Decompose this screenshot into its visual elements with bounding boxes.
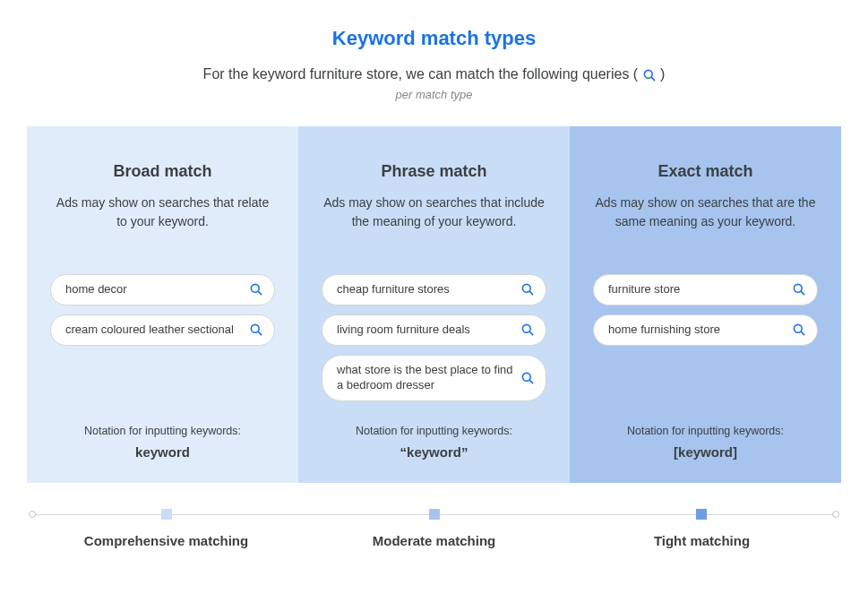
- spectrum-label-comprehensive: Comprehensive matching: [32, 533, 300, 548]
- spectrum-endcap-left: [29, 511, 36, 518]
- search-icon: [520, 282, 535, 297]
- page-title: Keyword match types: [27, 27, 841, 50]
- query-text: what store is the best place to find a b…: [337, 363, 520, 393]
- query-pill: living room furniture deals: [322, 314, 546, 346]
- subcaption: per match type: [27, 88, 841, 101]
- column-exact-match: Exact match Ads may show on searches tha…: [570, 126, 841, 483]
- exact-title: Exact match: [593, 162, 818, 181]
- column-phrase-match: Phrase match Ads may show on searches th…: [298, 126, 570, 483]
- subtitle-suffix: ): [660, 66, 665, 82]
- svg-line-3: [258, 292, 261, 295]
- broad-desc: Ads may show on searches that relate to …: [50, 194, 275, 251]
- svg-line-1: [651, 77, 654, 80]
- svg-line-7: [529, 292, 532, 295]
- phrase-notation-label: Notation for inputting keywords:: [322, 425, 546, 437]
- query-text: furniture store: [608, 282, 792, 297]
- phrase-queries: cheap furniture stores living room furni…: [322, 274, 546, 409]
- broad-queries: home decor cream coloured leather sectio…: [50, 274, 275, 409]
- svg-line-5: [258, 332, 261, 335]
- query-text: home decor: [65, 282, 249, 297]
- svg-line-11: [529, 380, 532, 383]
- broad-notation-label: Notation for inputting keywords:: [50, 425, 275, 437]
- spectrum-line: [32, 508, 836, 521]
- spectrum-marker-exact: [696, 509, 707, 520]
- spectrum-labels: Comprehensive matching Moderate matching…: [32, 533, 836, 548]
- search-icon: [520, 371, 535, 385]
- exact-notation-label: Notation for inputting keywords:: [593, 425, 818, 437]
- column-broad-match: Broad match Ads may show on searches tha…: [27, 126, 298, 483]
- query-text: cream coloured leather sectional: [65, 323, 249, 338]
- spectrum-label-tight: Tight matching: [568, 533, 836, 548]
- query-pill: home furnishing store: [593, 314, 818, 346]
- broad-notation: keyword: [50, 444, 275, 460]
- spectrum-label-moderate: Moderate matching: [300, 533, 568, 548]
- query-pill: home decor: [50, 274, 275, 306]
- phrase-desc: Ads may show on searches that include th…: [322, 194, 546, 251]
- broad-title: Broad match: [50, 162, 275, 181]
- search-icon: [792, 323, 806, 337]
- spectrum-endcap-right: [832, 511, 839, 518]
- subtitle: For the keyword furniture store, we can …: [27, 66, 841, 82]
- query-pill: what store is the best place to find a b…: [322, 355, 546, 401]
- search-icon: [642, 68, 657, 82]
- search-icon: [249, 323, 263, 337]
- exact-queries: furniture store home furnishing store: [593, 274, 818, 409]
- query-pill: cream coloured leather sectional: [50, 314, 275, 346]
- exact-notation: [keyword]: [593, 444, 818, 460]
- exact-desc: Ads may show on searches that are the sa…: [593, 194, 818, 251]
- svg-line-15: [801, 332, 804, 335]
- query-pill: cheap furniture stores: [322, 274, 546, 306]
- search-icon: [520, 323, 535, 337]
- phrase-title: Phrase match: [322, 162, 546, 181]
- phrase-notation: “keyword”: [322, 444, 546, 460]
- search-icon: [792, 282, 806, 297]
- query-pill: furniture store: [593, 274, 818, 306]
- query-text: living room furniture deals: [337, 323, 520, 338]
- subtitle-prefix: For the keyword furniture store, we can …: [203, 66, 642, 82]
- spectrum-marker-broad: [161, 509, 172, 520]
- svg-line-13: [801, 292, 804, 295]
- matching-spectrum: Comprehensive matching Moderate matching…: [27, 508, 841, 548]
- query-text: cheap furniture stores: [337, 282, 520, 297]
- svg-line-9: [529, 332, 532, 335]
- spectrum-marker-phrase: [429, 509, 440, 520]
- search-icon: [249, 282, 263, 297]
- query-text: home furnishing store: [608, 323, 792, 338]
- match-type-panel: Broad match Ads may show on searches tha…: [27, 126, 841, 483]
